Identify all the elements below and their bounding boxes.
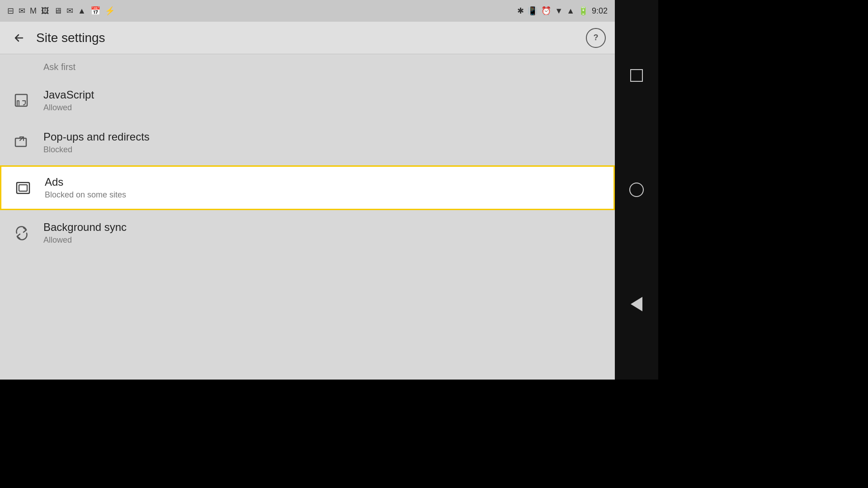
status-bar: ⊟ ✉ M 🖼 🖥 ✉ ▲ 📅 ⚡ ✱ 📳 ⏰ ▼ ▲ 🔋 9:02: [0, 0, 615, 22]
back-nav-icon: [631, 297, 642, 311]
popups-item[interactable]: Pop-ups and redirects Blocked: [0, 122, 615, 164]
battery-icon: 🔋: [578, 6, 588, 16]
home-icon: [629, 183, 644, 197]
lightning-icon: ⚡: [105, 6, 115, 16]
alarm-icon: ⏰: [541, 6, 551, 16]
help-label: ?: [594, 33, 599, 42]
background-sync-title: Background sync: [43, 221, 127, 234]
header: Site settings ?: [0, 22, 615, 54]
back-arrow-icon: [13, 32, 25, 44]
svg-rect-3: [19, 185, 27, 191]
home-button[interactable]: [624, 177, 649, 202]
calendar-icon: 📅: [90, 6, 100, 16]
back-nav-button[interactable]: [624, 291, 649, 317]
ask-first-item[interactable]: Ask first: [0, 54, 615, 80]
recent-apps-button[interactable]: [624, 63, 649, 88]
main-screen: ⊟ ✉ M 🖼 🖥 ✉ ▲ 📅 ⚡ ✱ 📳 ⏰ ▼ ▲ 🔋 9:02 Site …: [0, 0, 615, 380]
page-title: Site settings: [36, 31, 586, 45]
back-button[interactable]: [9, 28, 29, 48]
image-icon: 🖼: [41, 6, 49, 16]
javascript-text: JavaScript Allowed: [43, 89, 94, 113]
ads-text: Ads Blocked on some sites: [45, 176, 126, 200]
wifi-strength-icon: ▼: [555, 6, 563, 16]
javascript-icon: [11, 90, 33, 112]
monitor-icon: 🖥: [54, 6, 62, 16]
signal-icon: ▲: [566, 6, 575, 16]
background-sync-item[interactable]: Background sync Allowed: [0, 212, 615, 254]
sync-icon: [11, 222, 33, 244]
vibrate-icon: 📳: [528, 6, 538, 16]
layers-icon: ⊟: [7, 6, 14, 16]
popup-icon: [11, 132, 33, 154]
status-bar-right: ✱ 📳 ⏰ ▼ ▲ 🔋 9:02: [517, 6, 608, 16]
background-sync-subtitle: Allowed: [43, 235, 127, 245]
gmail-icon: M: [30, 6, 37, 16]
javascript-title: JavaScript: [43, 89, 94, 101]
status-bar-left: ⊟ ✉ M 🖼 🖥 ✉ ▲ 📅 ⚡: [7, 6, 115, 16]
outlook-icon: ✉: [66, 6, 73, 16]
recent-apps-icon: [630, 69, 643, 82]
popups-subtitle: Blocked: [43, 145, 150, 155]
ads-subtitle: Blocked on some sites: [45, 190, 126, 200]
navigation-bar: [615, 0, 658, 380]
ads-icon: [12, 177, 34, 199]
javascript-item[interactable]: JavaScript Allowed: [0, 80, 615, 122]
javascript-subtitle: Allowed: [43, 103, 94, 113]
bluetooth-icon: ✱: [517, 6, 524, 16]
background-sync-text: Background sync Allowed: [43, 221, 127, 245]
ask-first-text: Ask first: [43, 62, 75, 72]
popups-text: Pop-ups and redirects Blocked: [43, 131, 150, 155]
wifi-icon: ▲: [78, 6, 86, 16]
help-button[interactable]: ?: [586, 28, 606, 48]
email-icon: ✉: [19, 6, 25, 16]
ads-item[interactable]: Ads Blocked on some sites: [0, 165, 615, 210]
ads-title: Ads: [45, 176, 126, 188]
content-area: Ask first JavaScript Allowed: [0, 54, 615, 380]
popups-title: Pop-ups and redirects: [43, 131, 150, 143]
status-time: 9:02: [592, 6, 608, 16]
